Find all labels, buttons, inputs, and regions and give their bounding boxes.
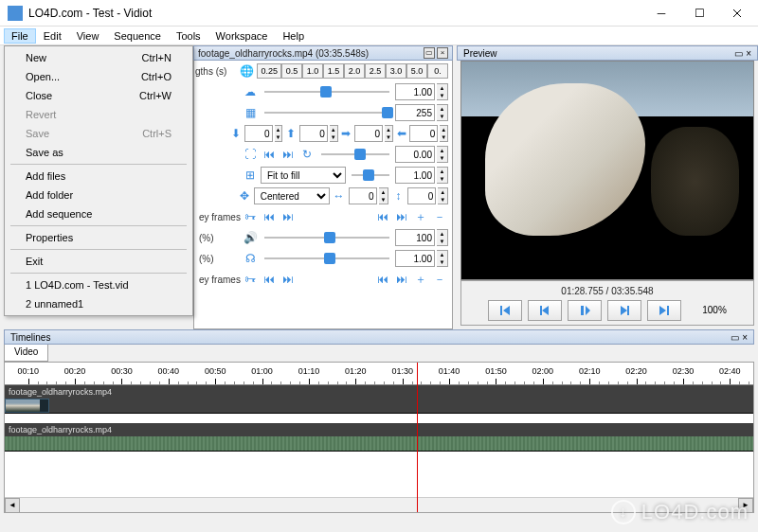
details-dock-button[interactable]: ▭ <box>424 47 435 59</box>
speed-2.0[interactable]: 2.0 <box>344 63 365 79</box>
timelines-dock-button[interactable]: ▭ <box>731 332 739 343</box>
preview-viewport[interactable] <box>460 61 754 280</box>
menu-tools[interactable]: Tools <box>169 28 208 44</box>
speed-more[interactable]: 0. <box>427 63 448 79</box>
audio-kf-add-button[interactable]: ＋ <box>412 271 429 288</box>
menu-help[interactable]: Help <box>275 28 312 44</box>
menu-file[interactable]: File <box>4 28 36 44</box>
timeline-tab-video[interactable]: Video <box>4 345 48 362</box>
preview-close-button[interactable]: × <box>746 48 751 59</box>
audio-waveform[interactable] <box>5 436 753 451</box>
crop-bottom-input[interactable] <box>299 125 328 142</box>
opacity-spinner[interactable]: ▲▼ <box>437 104 448 121</box>
audio-kf-goto-next-button[interactable]: ⏭ <box>393 271 410 288</box>
details-close-button[interactable]: × <box>437 47 448 59</box>
window-maximize-button[interactable]: ☐ <box>680 0 718 27</box>
speed-0.5[interactable]: 0.5 <box>281 63 302 79</box>
rotation-slider[interactable] <box>321 147 389 162</box>
menu-edit[interactable]: Edit <box>36 28 69 44</box>
audio-kf-next-button[interactable]: ⏭ <box>280 271 297 288</box>
opacity-input[interactable] <box>395 104 435 121</box>
pan-input[interactable] <box>395 250 435 267</box>
kf-prev-button[interactable]: ⏮ <box>261 208 278 225</box>
menu-workspace[interactable]: Workspace <box>208 28 276 44</box>
window-close-button[interactable] <box>718 0 756 27</box>
kf-goto-prev-button[interactable]: ⏮ <box>374 208 391 225</box>
speed-slider[interactable] <box>264 84 389 99</box>
prev-frame-button[interactable] <box>528 300 562 321</box>
scaling-slider[interactable] <box>352 168 389 183</box>
audio-kf-goto-prev-button[interactable]: ⏮ <box>374 271 391 288</box>
pos-y-input[interactable] <box>407 187 436 204</box>
file-menu-item[interactable]: Add folder <box>7 186 190 204</box>
crop-right-spinner[interactable]: ▲▼ <box>440 125 448 142</box>
volume-spinner[interactable]: ▲▼ <box>437 229 448 246</box>
file-menu-item[interactable]: 1 LO4D.com - Test.vid <box>7 275 190 294</box>
timelines-close-button[interactable]: × <box>742 332 748 343</box>
timeline-playhead[interactable] <box>417 363 418 512</box>
speed-input[interactable] <box>395 83 435 100</box>
file-menu-item[interactable]: Add files <box>7 167 190 186</box>
timeline-body[interactable]: 00:1000:2000:3000:4000:5001:0001:1001:20… <box>4 362 754 513</box>
speed-1.0[interactable]: 1.0 <box>302 63 323 79</box>
rotate-icon[interactable]: ↻ <box>298 146 316 163</box>
video-track[interactable]: footage_oldharryrocks.mp4 <box>5 385 753 414</box>
file-menu-item[interactable]: CloseCtrl+W <box>7 86 190 105</box>
audio-kf-prev-button[interactable]: ⏮ <box>261 271 278 288</box>
file-menu-item[interactable]: 2 unnamed1 <box>7 294 190 313</box>
pos-x-input[interactable] <box>349 187 377 204</box>
pan-spinner[interactable]: ▲▼ <box>437 250 448 267</box>
skip-start-button[interactable] <box>488 300 522 321</box>
file-menu-item[interactable]: Properties <box>7 228 190 247</box>
crop-top-input[interactable] <box>244 125 273 142</box>
speed-spinner[interactable]: ▲▼ <box>437 83 448 100</box>
preview-dock-button[interactable]: ▭ <box>734 48 743 59</box>
alignment-select[interactable]: Centered <box>254 187 330 204</box>
kf-add-button[interactable]: ＋ <box>412 208 429 225</box>
rotation-input[interactable] <box>395 146 435 163</box>
speed-1.5[interactable]: 1.5 <box>323 63 344 79</box>
scroll-left-button[interactable]: ◄ <box>5 498 20 513</box>
speed-slider-icon: ☁ <box>242 83 259 100</box>
speed-5.0[interactable]: 5.0 <box>406 63 427 79</box>
expand-icon[interactable]: ⛶ <box>242 146 259 163</box>
menu-view[interactable]: View <box>69 28 107 44</box>
speed-3.0[interactable]: 3.0 <box>386 63 406 79</box>
play-pause-button[interactable] <box>568 300 602 321</box>
scaling-select[interactable]: Fit to fill <box>261 167 346 184</box>
file-menu-item[interactable]: Open...Ctrl+O <box>7 67 190 86</box>
prev-keyframe-icon[interactable]: ⏮ <box>261 146 278 163</box>
menu-sequence[interactable]: Sequence <box>106 28 169 44</box>
video-clip[interactable] <box>5 399 49 413</box>
kf-goto-next-button[interactable]: ⏭ <box>393 208 410 225</box>
file-menu-item[interactable]: Exit <box>7 252 190 271</box>
volume-slider[interactable] <box>264 230 389 245</box>
speed-0.25[interactable]: 0.25 <box>257 63 281 79</box>
audio-kf-remove-button[interactable]: － <box>431 271 448 288</box>
crop-right-input[interactable] <box>409 125 438 142</box>
audio-track[interactable]: footage_oldharryrocks.mp4 <box>5 423 753 452</box>
window-minimize-button[interactable]: ─ <box>642 0 680 27</box>
skip-end-button[interactable] <box>647 300 681 321</box>
pos-x-spinner[interactable]: ▲▼ <box>379 187 389 204</box>
kf-remove-button[interactable]: － <box>431 208 448 225</box>
scaling-input[interactable] <box>395 167 435 184</box>
file-menu-item[interactable]: NewCtrl+N <box>7 48 190 67</box>
file-menu-item[interactable]: Save as <box>7 143 190 162</box>
crop-left-spinner[interactable]: ▲▼ <box>385 125 393 142</box>
speed-2.5[interactable]: 2.5 <box>365 63 386 79</box>
kf-next-button[interactable]: ⏭ <box>280 208 297 225</box>
volume-input[interactable] <box>395 229 435 246</box>
scaling-spinner[interactable]: ▲▼ <box>437 167 448 184</box>
crop-top-spinner[interactable]: ▲▼ <box>275 125 283 142</box>
crop-bottom-spinner[interactable]: ▲▼ <box>330 125 338 142</box>
pan-slider[interactable] <box>264 251 389 266</box>
next-keyframe-icon[interactable]: ⏭ <box>280 146 297 163</box>
pos-y-spinner[interactable]: ▲▼ <box>438 187 448 204</box>
next-frame-button[interactable] <box>607 300 641 321</box>
opacity-slider[interactable] <box>264 105 389 120</box>
file-menu-item[interactable]: Add sequence <box>7 204 190 223</box>
crop-left-input[interactable] <box>354 125 383 142</box>
timeline-ruler[interactable]: 00:1000:2000:3000:4000:5001:0001:1001:20… <box>5 363 753 385</box>
rotation-spinner[interactable]: ▲▼ <box>437 146 448 163</box>
